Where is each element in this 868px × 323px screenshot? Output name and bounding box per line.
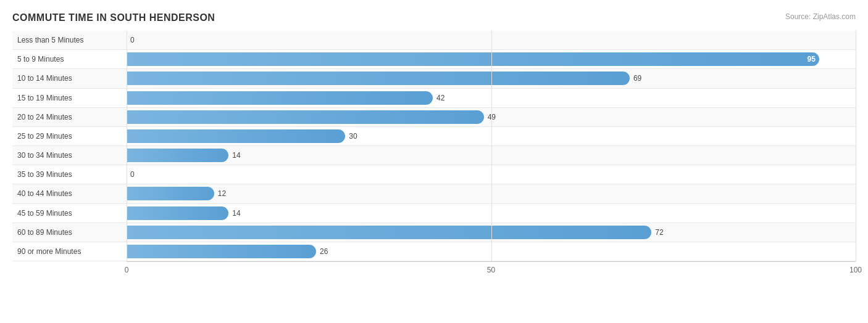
- bar-label: 15 to 19 Minutes: [12, 94, 127, 102]
- source-label: Source: ZipAtlas.com: [785, 12, 856, 21]
- bar-label: 90 or more Minutes: [12, 247, 127, 256]
- x-axis-tick: 0: [125, 266, 129, 274]
- chart-container: COMMUTE TIME IN SOUTH HENDERSON Source: …: [0, 0, 868, 323]
- chart-title: COMMUTE TIME IN SOUTH HENDERSON: [12, 12, 856, 23]
- bar-fill: 69: [127, 72, 630, 85]
- bar-value: 42: [436, 94, 444, 102]
- x-axis: 050100: [127, 261, 856, 280]
- bars-section: Less than 5 Minutes05 to 9 Minutes9510 t…: [12, 31, 856, 261]
- bar-fill: 42: [127, 91, 433, 105]
- bar-label: 40 to 44 Minutes: [12, 189, 127, 198]
- bar-row: Less than 5 Minutes0: [12, 31, 856, 50]
- bar-row: 90 or more Minutes26: [12, 242, 856, 261]
- gridline: [491, 31, 492, 261]
- bar-fill: 14: [127, 149, 228, 162]
- bar-value: 14: [232, 151, 240, 160]
- bar-fill: 14: [127, 206, 228, 220]
- bar-value: 0: [130, 170, 135, 179]
- bar-label: 10 to 14 Minutes: [12, 74, 127, 83]
- bar-fill: 72: [127, 226, 651, 239]
- bar-value: 72: [655, 228, 663, 237]
- bar-value: 14: [232, 209, 240, 218]
- bar-label: Less than 5 Minutes: [12, 36, 127, 44]
- bar-fill: 26: [127, 245, 316, 258]
- bar-row: 30 to 34 Minutes14: [12, 146, 856, 165]
- bar-label: 25 to 29 Minutes: [12, 132, 127, 141]
- chart-area: Less than 5 Minutes05 to 9 Minutes9510 t…: [12, 31, 856, 280]
- bar-row: 25 to 29 Minutes30: [12, 127, 856, 146]
- bar-fill: 30: [127, 129, 345, 143]
- bar-row: 35 to 39 Minutes0: [12, 165, 856, 184]
- bar-row: 20 to 24 Minutes49: [12, 108, 856, 127]
- bar-fill: 95: [127, 52, 819, 66]
- bar-row: 40 to 44 Minutes12: [12, 184, 856, 203]
- bar-value: 26: [320, 247, 328, 256]
- bar-value: 12: [218, 189, 226, 198]
- bar-label: 30 to 34 Minutes: [12, 151, 127, 160]
- bar-value: 95: [807, 55, 816, 63]
- gridline: [856, 31, 856, 261]
- bar-value: 0: [130, 36, 135, 44]
- bar-fill: 49: [127, 110, 484, 124]
- x-axis-tick: 50: [487, 266, 495, 274]
- gridline: [127, 31, 127, 261]
- bar-label: 5 to 9 Minutes: [12, 55, 127, 63]
- bar-label: 60 to 89 Minutes: [12, 228, 127, 237]
- x-axis-tick: 100: [849, 266, 862, 274]
- bar-value: 69: [633, 74, 641, 83]
- bar-row: 5 to 9 Minutes95: [12, 50, 856, 69]
- bar-row: 45 to 59 Minutes14: [12, 204, 856, 223]
- bar-row: 10 to 14 Minutes69: [12, 69, 856, 88]
- bar-label: 35 to 39 Minutes: [12, 170, 127, 179]
- bar-label: 45 to 59 Minutes: [12, 209, 127, 218]
- bar-row: 60 to 89 Minutes72: [12, 223, 856, 242]
- bar-label: 20 to 24 Minutes: [12, 113, 127, 121]
- bar-value: 30: [349, 132, 357, 141]
- bar-row: 15 to 19 Minutes42: [12, 89, 856, 108]
- bar-fill: 12: [127, 187, 214, 200]
